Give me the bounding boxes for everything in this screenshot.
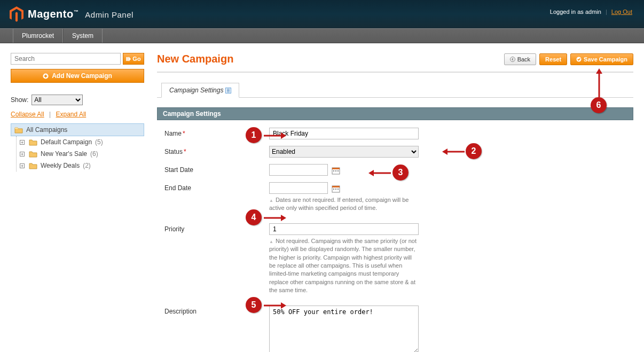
annotation-marker-4: 4 — [246, 209, 262, 225]
svg-rect-7 — [333, 170, 334, 171]
svg-rect-14 — [337, 189, 339, 190]
name-field[interactable] — [269, 128, 419, 139]
tree-item-count: (5) — [95, 138, 103, 146]
back-button[interactable]: Back — [504, 53, 536, 65]
annotation-marker-3: 3 — [392, 165, 409, 181]
annotation-arrow — [595, 68, 603, 97]
status-select[interactable]: Enabled — [269, 146, 419, 158]
tree-item-count: (2) — [83, 162, 91, 169]
search-go-button[interactable]: Go — [123, 53, 144, 65]
folder-icon — [14, 126, 23, 134]
brand-logo: Magento™ Admin Panel — [10, 6, 133, 22]
tree-root-label: All Campaigns — [26, 126, 67, 134]
annotation-arrow — [264, 132, 286, 139]
back-icon — [510, 57, 515, 62]
svg-rect-13 — [335, 189, 336, 190]
annotation-marker-2: 2 — [466, 143, 482, 159]
name-label: Name — [164, 130, 182, 137]
annotation-arrow — [368, 169, 391, 177]
check-circle-icon — [576, 57, 582, 62]
start-date-label: Start Date — [164, 166, 193, 174]
svg-rect-12 — [333, 189, 334, 190]
tab-campaign-settings[interactable]: Campaign Settings — [161, 83, 239, 98]
svg-rect-0 — [126, 57, 129, 60]
priority-hint: Not required. Campaigns with the same pr… — [269, 237, 419, 295]
description-label: Description — [164, 308, 197, 315]
annotation-marker-5: 5 — [246, 297, 262, 313]
search-go-icon — [126, 57, 131, 61]
page-title: New Campaign — [157, 53, 233, 65]
description-field[interactable]: 50% OFF your entire order! — [269, 306, 419, 352]
folder-icon — [29, 138, 37, 146]
start-date-field[interactable] — [269, 164, 328, 176]
admin-header: Magento™ Admin Panel Logged in as admin … — [0, 0, 644, 28]
expand-icon[interactable]: + — [20, 152, 25, 157]
svg-rect-9 — [337, 170, 339, 171]
dates-hint: Dates are not required. If entered, comp… — [269, 196, 419, 213]
show-select[interactable]: All — [32, 95, 83, 105]
priority-label: Priority — [164, 225, 184, 233]
reset-button[interactable]: Reset — [539, 53, 567, 65]
calendar-icon[interactable] — [332, 184, 340, 193]
main-menu: Plumrocket System — [0, 28, 644, 43]
calendar-icon[interactable] — [332, 166, 340, 175]
brand-suffix: Admin Panel — [85, 10, 133, 19]
brand-name: Magento™ Admin Panel — [28, 8, 133, 20]
section-header: Campaign Settings — [157, 107, 633, 120]
magento-icon — [10, 6, 23, 22]
annotation-marker-1: 1 — [246, 127, 262, 143]
annotation-marker-6: 6 — [591, 97, 607, 113]
menu-system[interactable]: System — [63, 29, 103, 43]
priority-field[interactable] — [269, 223, 419, 235]
save-campaign-button[interactable]: Save Campaign — [570, 53, 633, 65]
sidebar: Go Add New Campaign Show: All Collapse A… — [11, 53, 144, 171]
tab-bar: Campaign Settings — [157, 82, 633, 98]
tab-active-icon — [225, 88, 231, 93]
annotation-arrow — [264, 302, 286, 309]
collapse-all-link[interactable]: Collapse All — [11, 111, 44, 118]
tree-item-label: New Year's Sale — [41, 150, 87, 158]
tree-item-label: Default Campaign — [41, 138, 92, 146]
tree-item-count: (6) — [90, 150, 98, 158]
annotation-arrow — [264, 214, 286, 222]
tree-item[interactable]: + Weekly Deals (2) — [20, 160, 144, 171]
logout-link[interactable]: Log Out — [611, 9, 632, 15]
tree-item-label: Weekly Deals — [41, 162, 80, 169]
main-content: New Campaign Back Reset Save Campaign Ca… — [157, 53, 633, 352]
expand-icon[interactable]: + — [20, 140, 25, 145]
search-input[interactable] — [11, 53, 121, 65]
expand-icon[interactable]: + — [20, 163, 25, 168]
status-label: Status — [164, 148, 183, 155]
tree-item[interactable]: + New Year's Sale (6) — [20, 148, 144, 160]
annotation-arrow — [442, 148, 465, 155]
svg-rect-11 — [332, 186, 340, 187]
tree-root[interactable]: All Campaigns — [11, 123, 144, 136]
plus-circle-icon — [43, 73, 49, 79]
folder-icon — [29, 150, 37, 158]
expand-all-link[interactable]: Expand All — [56, 111, 87, 118]
menu-plumrocket[interactable]: Plumrocket — [13, 29, 63, 43]
header-account: Logged in as admin | Log Out — [550, 9, 632, 15]
logged-in-text: Logged in as admin — [550, 9, 601, 15]
svg-rect-8 — [335, 170, 336, 171]
tree-item[interactable]: + Default Campaign (5) — [20, 136, 144, 148]
show-label: Show: — [11, 96, 28, 104]
campaign-tree: All Campaigns + Default Campaign (5) + N… — [11, 123, 144, 171]
folder-icon — [29, 162, 37, 169]
add-new-campaign-button[interactable]: Add New Campaign — [11, 69, 144, 83]
svg-rect-6 — [332, 168, 340, 169]
campaign-form: Name* Status* Enabled Start Date — [157, 120, 633, 352]
end-date-field[interactable] — [269, 182, 328, 194]
end-date-label: End Date — [164, 184, 191, 192]
